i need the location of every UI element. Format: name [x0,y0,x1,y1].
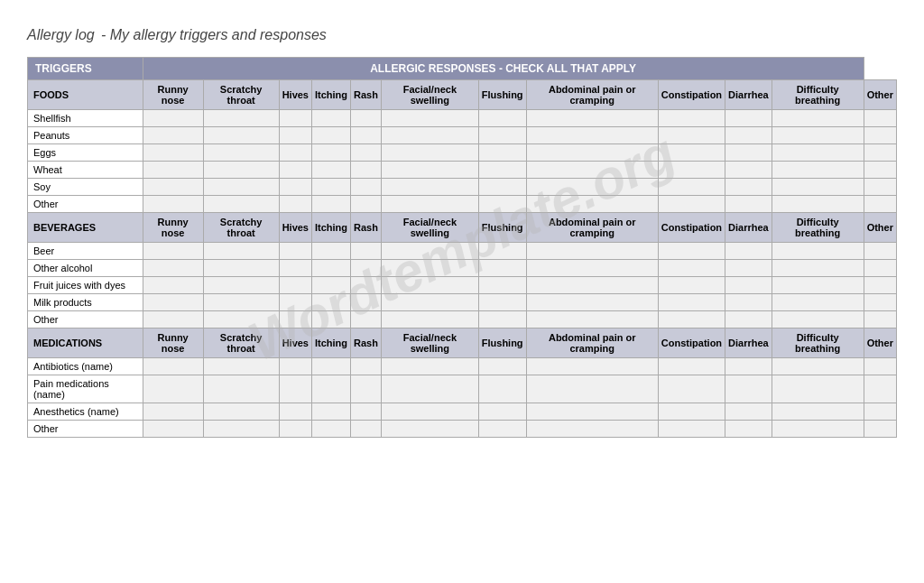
response-checkbox-cell[interactable] [478,403,526,421]
response-checkbox-cell[interactable] [772,403,864,421]
response-checkbox-cell[interactable] [143,375,203,403]
response-checkbox-cell[interactable] [725,243,772,260]
response-checkbox-cell[interactable] [203,243,279,260]
response-checkbox-cell[interactable] [143,403,203,421]
response-checkbox-cell[interactable] [658,375,725,403]
response-checkbox-cell[interactable] [143,358,203,375]
response-checkbox-cell[interactable] [658,311,725,329]
response-checkbox-cell[interactable] [279,403,311,421]
response-checkbox-cell[interactable] [311,162,350,179]
response-checkbox-cell[interactable] [351,311,382,329]
response-checkbox-cell[interactable] [772,294,864,311]
response-checkbox-cell[interactable] [725,162,772,179]
response-checkbox-cell[interactable] [351,127,382,144]
response-checkbox-cell[interactable] [725,260,772,277]
response-checkbox-cell[interactable] [478,421,526,438]
response-checkbox-cell[interactable] [725,403,772,421]
response-checkbox-cell[interactable] [143,294,203,311]
response-checkbox-cell[interactable] [279,179,311,196]
response-checkbox-cell[interactable] [864,162,896,179]
response-checkbox-cell[interactable] [381,196,478,213]
response-checkbox-cell[interactable] [143,196,203,213]
response-checkbox-cell[interactable] [526,110,658,127]
response-checkbox-cell[interactable] [772,421,864,438]
response-checkbox-cell[interactable] [526,162,658,179]
response-checkbox-cell[interactable] [311,294,350,311]
response-checkbox-cell[interactable] [351,358,382,375]
response-checkbox-cell[interactable] [864,403,896,421]
response-checkbox-cell[interactable] [526,144,658,162]
response-checkbox-cell[interactable] [381,403,478,421]
response-checkbox-cell[interactable] [381,179,478,196]
response-checkbox-cell[interactable] [772,162,864,179]
response-checkbox-cell[interactable] [658,179,725,196]
response-checkbox-cell[interactable] [772,277,864,294]
response-checkbox-cell[interactable] [864,127,896,144]
response-checkbox-cell[interactable] [658,127,725,144]
response-checkbox-cell[interactable] [203,179,279,196]
response-checkbox-cell[interactable] [478,311,526,329]
response-checkbox-cell[interactable] [311,375,350,403]
response-checkbox-cell[interactable] [478,127,526,144]
response-checkbox-cell[interactable] [351,196,382,213]
response-checkbox-cell[interactable] [279,277,311,294]
response-checkbox-cell[interactable] [351,144,382,162]
response-checkbox-cell[interactable] [478,358,526,375]
response-checkbox-cell[interactable] [203,294,279,311]
response-checkbox-cell[interactable] [478,162,526,179]
response-checkbox-cell[interactable] [351,110,382,127]
response-checkbox-cell[interactable] [279,127,311,144]
response-checkbox-cell[interactable] [478,196,526,213]
response-checkbox-cell[interactable] [203,311,279,329]
response-checkbox-cell[interactable] [143,162,203,179]
response-checkbox-cell[interactable] [772,375,864,403]
response-checkbox-cell[interactable] [478,375,526,403]
response-checkbox-cell[interactable] [279,144,311,162]
response-checkbox-cell[interactable] [772,358,864,375]
response-checkbox-cell[interactable] [381,162,478,179]
response-checkbox-cell[interactable] [772,110,864,127]
response-checkbox-cell[interactable] [864,196,896,213]
response-checkbox-cell[interactable] [381,311,478,329]
response-checkbox-cell[interactable] [864,110,896,127]
response-checkbox-cell[interactable] [526,243,658,260]
response-checkbox-cell[interactable] [772,144,864,162]
response-checkbox-cell[interactable] [658,144,725,162]
response-checkbox-cell[interactable] [381,110,478,127]
response-checkbox-cell[interactable] [279,375,311,403]
response-checkbox-cell[interactable] [143,144,203,162]
response-checkbox-cell[interactable] [864,260,896,277]
response-checkbox-cell[interactable] [864,144,896,162]
response-checkbox-cell[interactable] [526,403,658,421]
response-checkbox-cell[interactable] [381,127,478,144]
response-checkbox-cell[interactable] [772,260,864,277]
response-checkbox-cell[interactable] [478,179,526,196]
response-checkbox-cell[interactable] [311,358,350,375]
response-checkbox-cell[interactable] [279,162,311,179]
response-checkbox-cell[interactable] [526,260,658,277]
response-checkbox-cell[interactable] [381,243,478,260]
response-checkbox-cell[interactable] [311,179,350,196]
response-checkbox-cell[interactable] [143,243,203,260]
response-checkbox-cell[interactable] [725,294,772,311]
response-checkbox-cell[interactable] [772,196,864,213]
response-checkbox-cell[interactable] [864,179,896,196]
response-checkbox-cell[interactable] [143,311,203,329]
response-checkbox-cell[interactable] [279,421,311,438]
response-checkbox-cell[interactable] [526,311,658,329]
response-checkbox-cell[interactable] [526,358,658,375]
response-checkbox-cell[interactable] [203,144,279,162]
response-checkbox-cell[interactable] [658,162,725,179]
response-checkbox-cell[interactable] [351,277,382,294]
response-checkbox-cell[interactable] [203,375,279,403]
response-checkbox-cell[interactable] [351,179,382,196]
response-checkbox-cell[interactable] [658,277,725,294]
response-checkbox-cell[interactable] [526,421,658,438]
response-checkbox-cell[interactable] [526,375,658,403]
response-checkbox-cell[interactable] [381,421,478,438]
response-checkbox-cell[interactable] [203,110,279,127]
response-checkbox-cell[interactable] [279,260,311,277]
response-checkbox-cell[interactable] [279,243,311,260]
response-checkbox-cell[interactable] [311,127,350,144]
response-checkbox-cell[interactable] [279,358,311,375]
